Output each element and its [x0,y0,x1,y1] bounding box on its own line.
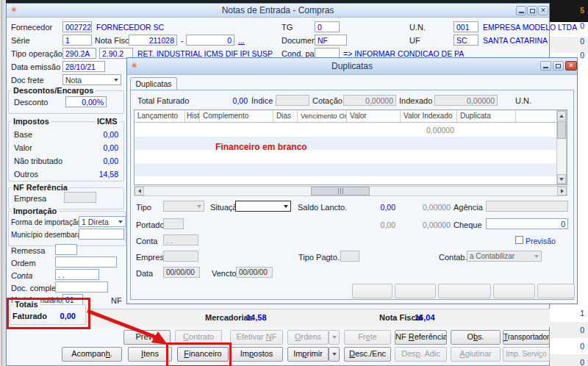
dialog-blank-button[interactable] [537,284,575,298]
grid-col-header[interactable]: Duplicata [457,110,516,123]
grid-hscrollbar[interactable] [134,186,567,196]
contab-combo[interactable]: a Contabilizar [467,251,542,262]
annotation-financeiro-em-branco: Financeiro em branco [215,142,307,152]
imposto-row-value: 0,00 [87,143,118,152]
nota-fiscal-sub-field[interactable]: 0 [186,35,234,46]
grid-col-header[interactable]: Valor Indexado [401,110,457,123]
nf-referencia-group-title: NF Referência [11,183,70,192]
tipo-combo[interactable] [163,201,204,212]
aglutinar-button[interactable]: Aglutinar [451,347,501,362]
cotacao-field[interactable]: 0,00000 [343,95,396,106]
grid-col-header[interactable]: Valor [347,110,401,123]
empresa-dialog-field[interactable] [163,251,198,262]
grid-col-header[interactable]: Dias [273,110,298,123]
previsao-label: Previsão [526,237,556,245]
minimize-button[interactable] [516,6,526,15]
impostos-button[interactable]: Impostos [230,347,283,362]
tipo-pagto-field[interactable] [340,251,359,262]
doc-completo-field[interactable] [55,281,108,293]
empresa-field[interactable] [64,192,96,203]
data-emissao-field[interactable]: 28/10/21 [62,61,105,72]
dialog-close-button[interactable]: ✕ [565,61,577,71]
imprimir-dropdown-button[interactable] [329,347,340,362]
grid-vscrollbar[interactable] [556,110,567,184]
grid-col-header[interactable]: Vencimento Orig. [298,110,347,123]
imprimir-button[interactable]: Imprimir [287,347,329,362]
tab-duplicatas[interactable]: Duplicatas [130,77,177,90]
doc-frete-combo[interactable]: Nota [62,74,121,85]
tg-field[interactable]: 0 [315,21,340,32]
acompanh-button[interactable]: Acompanh. [62,347,122,362]
tipo-operacao-code-field[interactable]: 290.2A [62,48,96,59]
grid-col-header[interactable] [516,110,556,123]
grid-col-header[interactable]: Lançamento [135,110,185,123]
un-code-field[interactable]: 001 [453,21,478,32]
impostos-column-header: ICMS [95,117,120,126]
imposto-row-value: 14,58 [87,170,118,179]
doc-frete-label: Doc frete [11,76,44,85]
municipio-field[interactable] [79,229,124,240]
scroll-down-button[interactable] [557,174,566,184]
dialog-blank-button[interactable] [352,284,392,298]
ordens-button[interactable]: Ordens [287,330,329,345]
uf-field[interactable]: SC [453,35,478,46]
indice-label: Índice [251,96,273,105]
dialog-blank-button[interactable] [493,284,535,298]
duplicatas-grid[interactable]: Lançamento Hist. Complemento Dias Vencim… [134,110,567,185]
uf-label: UF [409,36,420,45]
hscroll-thumb[interactable] [311,187,370,195]
agencia-field[interactable] [486,201,568,212]
ordem-field[interactable] [55,256,117,268]
scroll-up-button[interactable] [557,111,566,121]
desconto-field[interactable]: 0,00% [65,96,107,107]
conta-dialog-field[interactable]: . . [163,234,198,245]
vscroll-thumb[interactable] [557,121,566,139]
transportadora-button[interactable]: Transportadora [503,330,550,345]
dialog-minimize-button[interactable] [540,61,551,71]
nota-fiscal-more-link[interactable]: ... [238,36,245,45]
grid-col-header[interactable]: Hist. [185,110,200,123]
dialog-blank-button[interactable] [395,284,436,298]
desp-adic-button[interactable]: Desp. Adic [395,347,447,362]
nf-referencia-button[interactable]: NF Referência [395,330,447,345]
conta-field[interactable]: . . [55,269,99,280]
dialog-titlebar: Duplicatas ✳ ✕ [127,58,577,75]
dialog-maximize-button[interactable] [553,61,564,71]
close-icon: ✕ [540,7,546,14]
frete-button[interactable]: Frete [344,330,391,345]
obs-button[interactable]: Obs. [451,330,501,345]
vencto-field[interactable]: 00/00/00 [236,267,273,278]
background-value: 0 [580,21,584,30]
maximize-button[interactable] [527,6,537,15]
fornecedor-code-field[interactable]: 002722 [62,21,92,32]
forma-importacao-combo[interactable]: 1 Direta [79,216,126,227]
fornecedor-label: Fornecedor [11,23,52,32]
itens-button[interactable]: Itens [128,347,172,362]
efetivar-nf-button[interactable]: Efetivar NF [230,330,283,345]
portador-field[interactable] [163,218,184,229]
grid-col-header[interactable]: Complemento [200,110,273,123]
remessa-field[interactable] [55,244,77,255]
scroll-left-button[interactable] [135,187,144,195]
grid-row1-valor-indexado: 0,00000 [401,126,454,134]
imp-servico-button[interactable]: Imp. Serviço [503,347,550,362]
indice-field[interactable] [276,95,309,106]
indexado-field[interactable]: 0,00000 [434,95,498,106]
chevron-down-icon [332,336,337,339]
cheque-field[interactable]: 0 [486,218,568,229]
vencto-label: Vencto. [212,269,239,278]
documento-field[interactable]: NF [315,35,347,46]
close-button[interactable]: ✕ [538,6,548,15]
situacao-combo[interactable] [235,201,291,212]
previsao-checkbox[interactable] [515,236,523,244]
mercadorias-value: 14,58 [246,313,267,322]
ordens-dropdown-button[interactable] [329,330,340,345]
chevron-down-icon [114,79,118,82]
scroll-right-button[interactable] [557,187,567,195]
previa-button[interactable]: Prévia [123,330,171,345]
dialog-blank-button[interactable] [438,284,491,298]
data-field[interactable]: 00/00/00 [163,267,200,278]
nota-fiscal-field[interactable]: 211028 [129,35,177,46]
serie-field[interactable]: 1 [62,35,92,46]
desc-enc-button[interactable]: Desc./Enc [344,347,391,362]
